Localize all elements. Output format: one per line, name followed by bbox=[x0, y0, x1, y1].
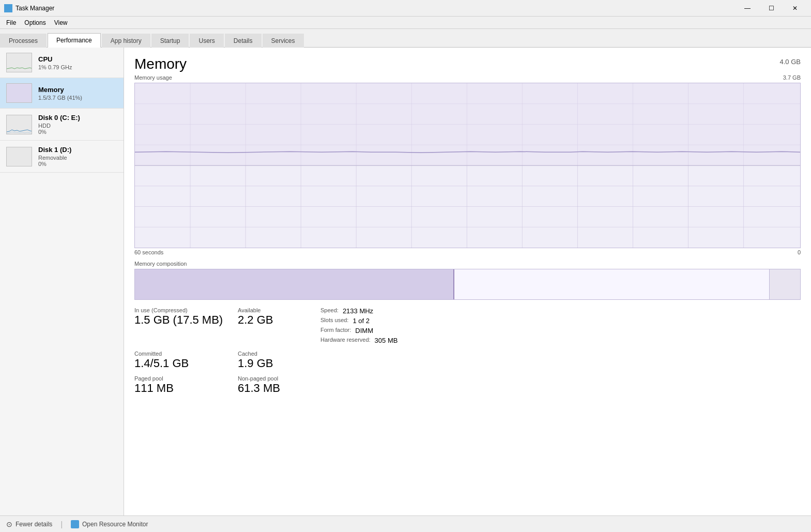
disk0-info: Disk 0 (C: E:) HDD 0% bbox=[38, 114, 117, 135]
menu-options[interactable]: Options bbox=[20, 18, 50, 27]
chart-top-value: 3.7 GB bbox=[783, 74, 801, 81]
comp-inuse bbox=[135, 269, 454, 299]
tab-app-history[interactable]: App history bbox=[102, 34, 150, 48]
stats-row3: Paged pool 111 MB Non-paged pool 61.3 MB bbox=[134, 375, 801, 395]
open-resource-monitor-text: Open Resource Monitor bbox=[82, 521, 148, 528]
stats-row2: Committed 1.4/5.1 GB Cached 1.9 GB bbox=[134, 351, 801, 370]
cpu-name: CPU bbox=[38, 55, 117, 63]
menu-file[interactable]: File bbox=[2, 18, 20, 27]
tab-bar: Processes Performance App history Startu… bbox=[0, 29, 811, 48]
fewer-details-text: Fewer details bbox=[16, 521, 52, 528]
chart-bottom-labels: 60 seconds 0 bbox=[134, 249, 801, 255]
stat-committed-label: Committed bbox=[134, 351, 238, 357]
stat-in-use-value: 1.5 GB (17.5 MB) bbox=[134, 313, 238, 327]
stat-available-value: 2.2 GB bbox=[238, 313, 320, 327]
memory-name: Memory bbox=[38, 86, 117, 94]
disk0-sub2: 0% bbox=[38, 129, 117, 135]
svg-rect-1 bbox=[7, 147, 32, 166]
disk1-thumbnail bbox=[6, 147, 32, 166]
main-content: CPU 1% 0.79 GHz Memory 1.5/3.7 GB (41%) bbox=[0, 48, 811, 515]
disk1-info: Disk 1 (D:) Removable 0% bbox=[38, 146, 117, 167]
composition-label: Memory composition bbox=[134, 261, 801, 267]
cpu-sub: 1% 0.79 GHz bbox=[38, 64, 117, 70]
memory-chart bbox=[134, 83, 801, 248]
title-bar: Task Manager — ☐ ✕ bbox=[0, 0, 811, 17]
stat-hw-label: Hardware reserved: bbox=[320, 337, 371, 344]
tab-users[interactable]: Users bbox=[190, 34, 223, 48]
stat-available-label: Available bbox=[238, 307, 320, 313]
minimize-button[interactable]: — bbox=[736, 0, 759, 17]
stat-cached-label: Cached bbox=[238, 351, 320, 357]
tab-processes[interactable]: Processes bbox=[0, 34, 47, 48]
fewer-details-icon: ⊙ bbox=[6, 520, 12, 528]
chart-time-label: 60 seconds bbox=[134, 249, 163, 255]
stat-form-value: DIMM bbox=[355, 327, 373, 335]
sidebar-item-cpu[interactable]: CPU 1% 0.79 GHz bbox=[0, 48, 124, 78]
stat-speed-value: 2133 MHz bbox=[343, 307, 373, 315]
stat-form-label: Form factor: bbox=[320, 327, 351, 335]
svg-marker-21 bbox=[135, 83, 800, 165]
stat-right-col1: Speed: 2133 MHz Slots used: 1 of 2 Form … bbox=[320, 307, 424, 344]
window-title: Task Manager bbox=[16, 5, 736, 12]
disk0-thumbnail bbox=[6, 115, 32, 134]
stat-hw-value: 305 MB bbox=[375, 337, 398, 344]
tab-startup[interactable]: Startup bbox=[151, 34, 189, 48]
cpu-thumbnail bbox=[6, 53, 32, 72]
disk0-name: Disk 0 (C: E:) bbox=[38, 114, 117, 121]
separator: | bbox=[60, 520, 63, 528]
stat-paged: Paged pool 111 MB bbox=[134, 375, 238, 395]
composition-section: Memory composition bbox=[134, 255, 801, 300]
svg-rect-0 bbox=[7, 84, 32, 103]
stat-paged-label: Paged pool bbox=[134, 375, 238, 382]
sidebar: CPU 1% 0.79 GHz Memory 1.5/3.7 GB (41%) bbox=[0, 48, 124, 515]
fewer-details-link[interactable]: ⊙ Fewer details bbox=[6, 520, 52, 528]
menu-bar: File Options View bbox=[0, 17, 811, 29]
stat-slots-label: Slots used: bbox=[320, 317, 348, 325]
disk1-name: Disk 1 (D:) bbox=[38, 146, 117, 154]
open-resource-monitor-link[interactable]: Open Resource Monitor bbox=[71, 520, 148, 528]
stat-nonpaged: Non-paged pool 61.3 MB bbox=[238, 375, 320, 395]
chart-label: Memory usage bbox=[134, 74, 172, 81]
disk1-sub1: Removable bbox=[38, 155, 117, 161]
stat-speed-label: Speed: bbox=[320, 307, 339, 315]
bottom-bar: ⊙ Fewer details | Open Resource Monitor bbox=[0, 515, 811, 532]
stat-in-use: In use (Compressed) 1.5 GB (17.5 MB) bbox=[134, 307, 238, 344]
stat-committed: Committed 1.4/5.1 GB bbox=[134, 351, 238, 370]
chart-container: Memory usage 3.7 GB bbox=[134, 74, 801, 255]
tab-performance[interactable]: Performance bbox=[48, 33, 101, 48]
memory-sub: 1.5/3.7 GB (41%) bbox=[38, 95, 117, 101]
app-icon bbox=[4, 4, 12, 12]
stat-cached-value: 1.9 GB bbox=[238, 357, 320, 370]
stat-paged-value: 111 MB bbox=[134, 382, 238, 395]
stat-available: Available 2.2 GB bbox=[238, 307, 320, 344]
memory-thumbnail bbox=[6, 83, 32, 103]
panel-total: 4.0 GB bbox=[780, 58, 801, 66]
sidebar-item-memory[interactable]: Memory 1.5/3.7 GB (41%) bbox=[0, 78, 124, 109]
memory-info: Memory 1.5/3.7 GB (41%) bbox=[38, 86, 117, 101]
disk1-sub2: 0% bbox=[38, 161, 117, 167]
stat-nonpaged-label: Non-paged pool bbox=[238, 375, 320, 382]
stat-in-use-label: In use (Compressed) bbox=[134, 307, 238, 313]
stat-slots-value: 1 of 2 bbox=[353, 317, 370, 325]
stats-grid: In use (Compressed) 1.5 GB (17.5 MB) Ava… bbox=[134, 307, 801, 344]
tab-services[interactable]: Services bbox=[263, 34, 304, 48]
maximize-button[interactable]: ☐ bbox=[759, 0, 783, 17]
stat-committed-value: 1.4/5.1 GB bbox=[134, 357, 238, 370]
menu-view[interactable]: View bbox=[50, 18, 72, 27]
monitor-icon bbox=[71, 520, 79, 528]
composition-bar bbox=[134, 269, 801, 300]
panel-header: Memory 4.0 GB bbox=[134, 56, 801, 72]
comp-other bbox=[769, 269, 800, 299]
disk0-sub1: HDD bbox=[38, 123, 117, 129]
comp-available bbox=[454, 269, 769, 299]
stat-nonpaged-value: 61.3 MB bbox=[238, 382, 320, 395]
close-button[interactable]: ✕ bbox=[783, 0, 807, 17]
sidebar-item-disk1[interactable]: Disk 1 (D:) Removable 0% bbox=[0, 141, 124, 173]
sidebar-item-disk0[interactable]: Disk 0 (C: E:) HDD 0% bbox=[0, 109, 124, 141]
tab-details[interactable]: Details bbox=[225, 34, 262, 48]
chart-zero-label: 0 bbox=[798, 249, 801, 255]
stat-cached: Cached 1.9 GB bbox=[238, 351, 320, 370]
window-controls: — ☐ ✕ bbox=[736, 0, 807, 17]
right-panel: Memory 4.0 GB Memory usage 3.7 GB bbox=[124, 48, 811, 515]
cpu-info: CPU 1% 0.79 GHz bbox=[38, 55, 117, 70]
